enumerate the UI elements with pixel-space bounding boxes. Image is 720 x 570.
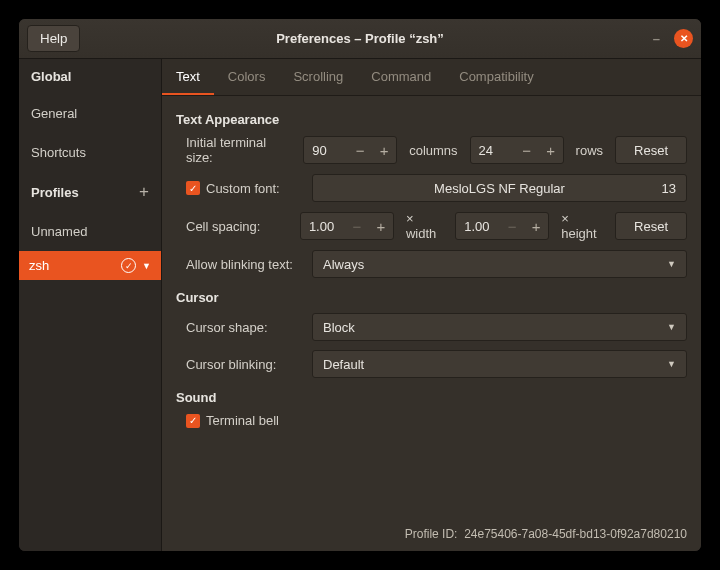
- section-sound: Sound: [176, 390, 687, 405]
- sidebar-item-label: zsh: [29, 258, 49, 273]
- custom-font-checkbox[interactable]: ✓: [186, 181, 200, 195]
- content: Text Colors Scrolling Command Compatibil…: [162, 59, 701, 551]
- chevron-down-icon: ▼: [667, 359, 676, 369]
- label-cursor-blinking: Cursor blinking:: [176, 357, 304, 372]
- minimize-icon[interactable]: –: [653, 31, 660, 46]
- reset-spacing-button[interactable]: Reset: [615, 212, 687, 240]
- tab-text[interactable]: Text: [162, 59, 214, 95]
- dec-icon[interactable]: −: [515, 142, 539, 159]
- dec-icon[interactable]: −: [348, 142, 372, 159]
- sidebar: Global General Shortcuts Profiles + Unna…: [19, 59, 162, 551]
- cell-height-spinner[interactable]: 1.00 − +: [455, 212, 549, 240]
- section-text-appearance: Text Appearance: [176, 112, 687, 127]
- font-chooser-button[interactable]: MesloLGS NF Regular 13: [312, 174, 687, 202]
- section-cursor: Cursor: [176, 290, 687, 305]
- help-button[interactable]: Help: [27, 25, 80, 52]
- sidebar-header-profiles: Profiles +: [19, 172, 161, 212]
- tab-command[interactable]: Command: [357, 59, 445, 95]
- columns-spinner[interactable]: 90 − +: [303, 136, 397, 164]
- sidebar-header-global: Global: [19, 59, 161, 94]
- inc-icon[interactable]: +: [369, 218, 393, 235]
- cursor-shape-select[interactable]: Block ▼: [312, 313, 687, 341]
- unit-width: × width: [402, 211, 447, 241]
- unit-height: × height: [557, 211, 607, 241]
- dec-icon[interactable]: −: [345, 218, 369, 235]
- tab-compatibility[interactable]: Compatibility: [445, 59, 547, 95]
- terminal-bell-checkbox[interactable]: ✓: [186, 414, 200, 428]
- dec-icon[interactable]: −: [500, 218, 524, 235]
- label-cursor-shape: Cursor shape:: [176, 320, 304, 335]
- label-blinking: Allow blinking text:: [176, 257, 304, 272]
- sidebar-item-general[interactable]: General: [19, 94, 161, 133]
- close-icon[interactable]: ✕: [674, 29, 693, 48]
- label-custom-font: Custom font:: [206, 181, 280, 196]
- footer: Profile ID: 24e75406-7a08-45df-bd13-0f92…: [162, 519, 701, 551]
- unit-columns: columns: [405, 143, 461, 158]
- tab-colors[interactable]: Colors: [214, 59, 280, 95]
- profile-menu-icon[interactable]: ▼: [142, 261, 151, 271]
- cell-width-spinner[interactable]: 1.00 − +: [300, 212, 394, 240]
- reset-size-button[interactable]: Reset: [615, 136, 687, 164]
- unit-rows: rows: [572, 143, 607, 158]
- chevron-down-icon: ▼: [667, 322, 676, 332]
- titlebar: Help Preferences – Profile “zsh” – ✕: [19, 19, 701, 59]
- sidebar-item-shortcuts[interactable]: Shortcuts: [19, 133, 161, 172]
- profile-id-value: 24e75406-7a08-45df-bd13-0f92a7d80210: [464, 527, 687, 541]
- sidebar-item-zsh[interactable]: zsh ✓ ▼: [19, 251, 161, 280]
- inc-icon[interactable]: +: [524, 218, 548, 235]
- sidebar-item-unnamed[interactable]: Unnamed: [19, 212, 161, 251]
- chevron-down-icon: ▼: [667, 259, 676, 269]
- default-profile-icon[interactable]: ✓: [121, 258, 136, 273]
- label-cell-spacing: Cell spacing:: [176, 219, 292, 234]
- blinking-select[interactable]: Always ▼: [312, 250, 687, 278]
- cursor-blinking-select[interactable]: Default ▼: [312, 350, 687, 378]
- window-title: Preferences – Profile “zsh”: [19, 31, 701, 46]
- label-initial-size: Initial terminal size:: [176, 135, 295, 165]
- rows-spinner[interactable]: 24 − +: [470, 136, 564, 164]
- inc-icon[interactable]: +: [539, 142, 563, 159]
- add-profile-icon[interactable]: +: [139, 182, 149, 202]
- label-terminal-bell: Terminal bell: [206, 413, 279, 428]
- inc-icon[interactable]: +: [372, 142, 396, 159]
- tab-scrolling[interactable]: Scrolling: [279, 59, 357, 95]
- preferences-window: Help Preferences – Profile “zsh” – ✕ Glo…: [18, 18, 702, 552]
- tabs: Text Colors Scrolling Command Compatibil…: [162, 59, 701, 96]
